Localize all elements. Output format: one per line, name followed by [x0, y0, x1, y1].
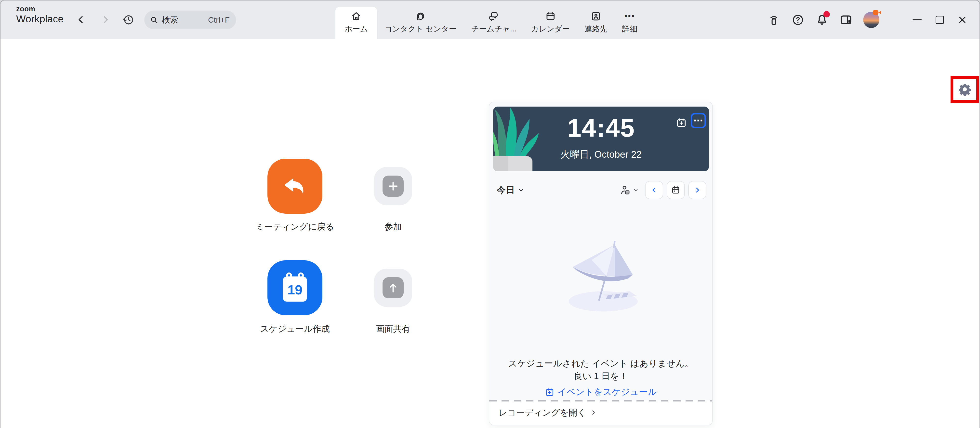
tab-calendar[interactable]: カレンダー	[523, 7, 577, 39]
more-dots-icon: ⋯	[694, 117, 703, 124]
tab-home-label: ホーム	[345, 24, 368, 34]
zoom-workplace-window: zoom Workplace	[0, 0, 980, 428]
share-screen-button[interactable]	[374, 268, 412, 307]
tab-contact-center[interactable]: コンタクト センター	[377, 7, 464, 39]
help-button[interactable]	[791, 13, 805, 27]
clock-date: 火曜日, October 22	[493, 148, 709, 161]
date-picker-button[interactable]	[667, 181, 685, 199]
open-recordings-label: レコーディングを開く	[499, 407, 586, 418]
join-label: 参加	[369, 221, 418, 233]
tab-team-chat[interactable]: チームチャ...	[464, 7, 524, 39]
search-shortcut: Ctrl+F	[208, 16, 230, 24]
chat-bubbles-icon	[488, 10, 500, 22]
schedule-label: スケジュール作成	[246, 323, 344, 335]
calendar-day-number: 19	[288, 283, 302, 297]
schedule-button[interactable]: 19	[267, 260, 322, 315]
history-clock-icon	[122, 13, 135, 26]
help-icon	[791, 13, 805, 27]
search-input[interactable]: 検索 Ctrl+F	[144, 11, 236, 29]
clock-card-more-button[interactable]: ⋯	[691, 113, 706, 128]
close-button[interactable]	[951, 0, 974, 39]
chevron-right-icon	[100, 14, 111, 25]
next-day-button[interactable]	[688, 181, 706, 199]
calendar-date-icon	[671, 185, 681, 195]
tab-team-chat-label: チームチャ...	[471, 24, 517, 34]
chevron-left-icon	[651, 186, 658, 194]
annotation-highlight-box	[951, 76, 979, 103]
events-panel: 14:45 火曜日, October 22 ⋯ 今日	[489, 102, 713, 425]
empty-state-line2: 良い 1 日を！	[489, 370, 712, 382]
tab-contact-center-label: コンタクト センター	[385, 24, 457, 34]
tab-more[interactable]: ⋯ 詳細	[615, 7, 644, 39]
back-to-meeting-button[interactable]	[267, 159, 322, 214]
empty-state-line1: スケジュールされた イベント はありません。	[489, 358, 712, 370]
notification-badge	[824, 11, 830, 18]
chevron-left-icon	[76, 14, 86, 25]
chevron-right-icon	[694, 186, 701, 194]
open-recordings-row[interactable]: レコーディングを開く	[489, 400, 712, 425]
app-logo: zoom Workplace	[16, 5, 64, 24]
join-inner-tile	[383, 176, 404, 197]
calendar-plus-icon	[676, 117, 687, 128]
calendar-plus-icon	[545, 387, 555, 397]
settings-button[interactable]	[954, 79, 975, 100]
schedule-event-link[interactable]: イベントをスケジュール	[489, 386, 712, 398]
window-controls	[906, 0, 974, 39]
device-wifi-icon	[767, 13, 780, 26]
brand-workplace: Workplace	[16, 14, 64, 24]
back-button[interactable]	[74, 13, 88, 27]
tab-home[interactable]: ホーム	[336, 7, 377, 39]
person-calendar-icon	[620, 184, 631, 196]
home-content: ミーティングに戻る 参加 19 スケジュール作成	[0, 39, 980, 428]
gear-icon	[958, 82, 972, 96]
tab-calendar-label: カレンダー	[531, 24, 570, 34]
brand-zoom: zoom	[16, 5, 64, 13]
search-icon	[150, 16, 159, 24]
availability-dropdown[interactable]	[620, 184, 639, 196]
prev-day-button[interactable]	[645, 181, 663, 199]
add-to-calendar-button[interactable]	[676, 117, 687, 129]
clock-card: 14:45 火曜日, October 22 ⋯	[493, 107, 709, 171]
plus-icon	[387, 180, 399, 192]
chevron-down-icon	[633, 187, 639, 193]
contact-card-icon	[590, 10, 601, 22]
panels-icon	[839, 13, 853, 27]
share-inner-tile	[383, 277, 404, 299]
avatar[interactable]	[863, 12, 880, 28]
minimize-icon	[913, 19, 922, 21]
home-icon	[351, 10, 362, 22]
share-screen-label: 画面共有	[369, 323, 418, 335]
chevron-down-icon	[518, 187, 525, 193]
back-to-meeting-label: ミーティングに戻る	[246, 221, 344, 233]
schedule-event-link-label: イベントをスケジュール	[557, 386, 657, 398]
calendar-icon	[545, 10, 556, 22]
beach-umbrella-illustration	[557, 240, 645, 313]
no-events-empty-state: スケジュールされた イベント はありません。 良い 1 日を！ イベントをスケジ…	[489, 240, 712, 314]
in-meeting-camera-badge	[873, 10, 881, 16]
headset-icon	[415, 10, 426, 22]
connect-device-button[interactable]	[767, 13, 781, 27]
close-icon	[958, 15, 967, 25]
join-button[interactable]	[374, 167, 412, 205]
arrow-up-icon	[387, 282, 399, 294]
titlebar: zoom Workplace	[0, 0, 980, 39]
chevron-right-icon	[590, 409, 597, 416]
calendar-day-icon: 19	[281, 272, 309, 304]
history-button[interactable]	[122, 13, 135, 27]
dashed-divider	[489, 400, 712, 401]
search-placeholder: 検索	[162, 14, 178, 26]
reply-arrow-icon	[282, 172, 309, 200]
forward-button[interactable]	[99, 13, 112, 27]
date-range-label: 今日	[496, 184, 515, 196]
calendar-toolbar-right	[620, 181, 706, 199]
tab-contacts[interactable]: 連絡先	[577, 7, 615, 39]
maximize-button[interactable]	[929, 0, 951, 39]
tab-more-label: 詳細	[622, 24, 637, 34]
minimize-button[interactable]	[906, 0, 929, 39]
maximize-icon	[935, 16, 944, 24]
notifications-button[interactable]	[815, 13, 829, 27]
tab-contacts-label: 連絡先	[584, 24, 607, 34]
panels-toggle-button[interactable]	[839, 13, 853, 27]
calendar-toolbar: 今日	[496, 180, 706, 200]
date-range-dropdown[interactable]: 今日	[496, 184, 525, 196]
